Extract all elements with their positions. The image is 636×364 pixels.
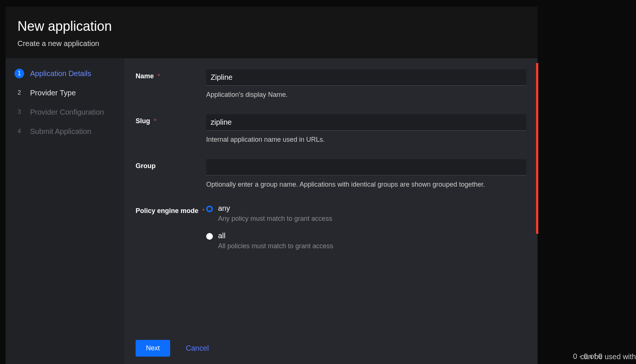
cancel-button[interactable]: Cancel	[186, 344, 209, 352]
field-input-col: Internal application name used in URLs.	[206, 114, 526, 144]
modal-header: New application Create a new application	[6, 7, 538, 58]
step-label: Submit Application	[30, 127, 91, 136]
next-button[interactable]: Next	[136, 340, 170, 357]
field-label-col: Name *	[136, 69, 206, 99]
field-input-col: Optionally enter a group name. Applicati…	[206, 159, 526, 188]
pagination-bar: 0 - 0 of 0 ‹ ›	[573, 351, 621, 361]
slug-label: Slug	[136, 117, 150, 125]
modal-subtitle: Create a new application	[17, 39, 526, 48]
required-indicator: *	[154, 118, 156, 124]
field-label-col: Policy engine mode *	[136, 204, 206, 259]
form-panel: Name * Application's display Name. Slug …	[124, 58, 538, 364]
form-fields: Name * Application's display Name. Slug …	[136, 69, 526, 332]
step-label: Provider Configuration	[30, 108, 104, 117]
step-label: Provider Type	[30, 89, 76, 97]
field-row-name: Name * Application's display Name.	[136, 69, 526, 99]
step-provider-configuration[interactable]: 3 Provider Configuration	[14, 107, 116, 117]
step-label: Application Details	[30, 69, 91, 78]
name-label: Name	[136, 72, 154, 80]
right-edge-indicator	[536, 63, 538, 234]
modal-body: 1 Application Details 2 Provider Type 3 …	[6, 58, 538, 364]
slug-input[interactable]	[206, 114, 526, 131]
step-number-badge: 4	[14, 127, 24, 136]
step-number-badge: 3	[14, 107, 24, 117]
required-indicator: *	[158, 73, 160, 79]
step-application-details[interactable]: 1 Application Details	[14, 69, 116, 78]
field-row-policy-mode: Policy engine mode * any Any policy must…	[136, 204, 526, 259]
radio-label: any	[218, 204, 526, 213]
slug-help-text: Internal application name used in URLs.	[206, 136, 526, 144]
radio-content: any Any policy must match to grant acces…	[218, 204, 526, 223]
radio-label: all	[218, 232, 526, 240]
step-provider-type[interactable]: 2 Provider Type	[14, 88, 116, 98]
group-input[interactable]	[206, 159, 526, 176]
name-input[interactable]	[206, 69, 526, 86]
field-label-col: Slug *	[136, 114, 206, 144]
required-indicator: *	[202, 208, 205, 214]
policy-option-all[interactable]: all All policies must match to grant acc…	[206, 232, 526, 250]
step-submit-application[interactable]: 4 Submit Application	[14, 127, 116, 136]
new-application-modal: New application Create a new application…	[6, 7, 538, 364]
radio-icon	[206, 233, 213, 240]
field-input-col: Application's display Name.	[206, 69, 526, 99]
radio-content: all All policies must match to grant acc…	[218, 232, 526, 250]
pagination-prev-icon[interactable]: ‹	[609, 351, 611, 361]
group-label: Group	[136, 162, 156, 170]
radio-description: Any policy must match to grant access	[218, 215, 526, 223]
policy-mode-label: Policy engine mode	[136, 207, 198, 214]
radio-icon	[206, 206, 213, 212]
name-help-text: Application's display Name.	[206, 91, 526, 99]
group-help-text: Optionally enter a group name. Applicati…	[206, 181, 526, 188]
step-number-badge: 1	[14, 69, 24, 78]
policy-mode-radio-group: any Any policy must match to grant acces…	[206, 204, 526, 259]
form-actions: Next Cancel	[136, 332, 526, 357]
wizard-steps-sidebar: 1 Application Details 2 Provider Type 3 …	[6, 58, 124, 364]
pagination-next-icon[interactable]: ›	[619, 351, 621, 361]
radio-description: All policies must match to grant access	[218, 242, 526, 250]
field-row-slug: Slug * Internal application name used in…	[136, 114, 526, 144]
modal-title: New application	[17, 19, 526, 34]
pagination-range: 0 - 0 of 0	[573, 352, 602, 361]
field-label-col: Group	[136, 159, 206, 188]
step-number-badge: 2	[14, 88, 24, 98]
policy-option-any[interactable]: any Any policy must match to grant acces…	[206, 204, 526, 223]
field-row-group: Group Optionally enter a group name. App…	[136, 159, 526, 188]
